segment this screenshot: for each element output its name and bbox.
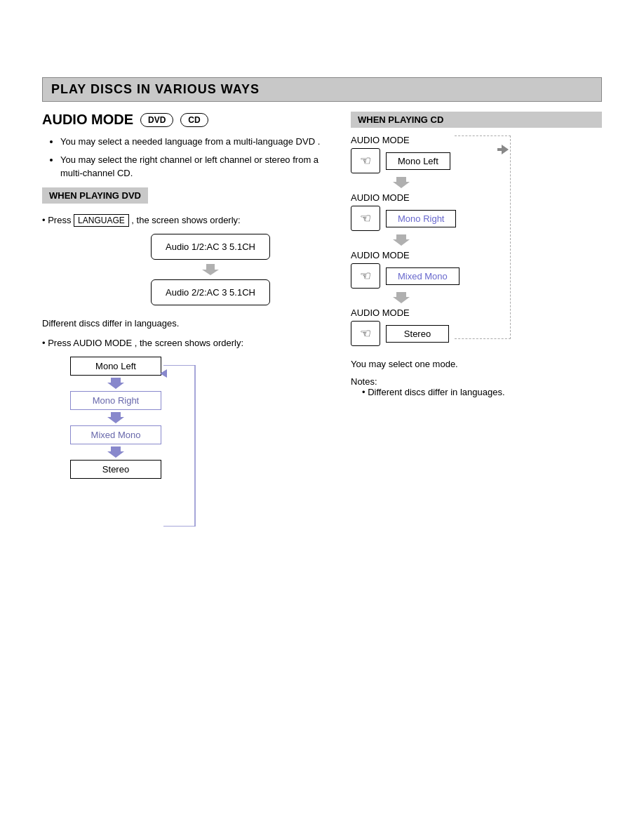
main-content: AUDIO MODE DVD CD You may select a neede… [42, 102, 602, 486]
when-playing-dvd-label: WHEN PLAYING DVD [42, 187, 148, 204]
down-arrow-cl3 [107, 446, 124, 458]
down-arrow-cr1 [393, 176, 410, 189]
down-arrow-cr2 [393, 234, 410, 246]
press-audio-mode-instruction: • Press AUDIO MODE , the screen shows or… [42, 336, 337, 350]
svg-marker-5 [393, 177, 410, 188]
right-column: WHEN PLAYING CD AUDIO MODE ☜ Mono Left [351, 102, 602, 486]
dvd-audio-boxes: Audio 1/2:AC 3 5.1CH Audio 2/2:AC 3 5.1C… [84, 234, 337, 305]
loop-bracket-left [160, 365, 202, 527]
svg-marker-7 [393, 292, 410, 303]
svg-marker-4 [160, 369, 167, 378]
svg-marker-6 [393, 234, 410, 246]
dvd-audio-box-2: Audio 2/2:AC 3 5.1CH [151, 279, 270, 305]
mode-box-mixed-mono: Mixed Mono [70, 425, 161, 444]
page-title: PLAY DISCS IN VARIOUS WAYS [51, 82, 593, 97]
mode-label-stereo: Stereo [386, 325, 449, 343]
diff-discs-text: Different discs differ in languages. [42, 317, 337, 331]
cd-badge: CD [180, 113, 208, 127]
left-column: AUDIO MODE DVD CD You may select a neede… [42, 102, 337, 486]
down-arrow-cr3 [393, 291, 410, 304]
cd-flow-left: Mono Left Mono Right Mixed Mono Stereo [70, 357, 337, 479]
mode-label-mixed-mono: Mixed Mono [386, 267, 459, 285]
svg-marker-8 [497, 145, 509, 154]
remote-btn-3: ☜ [351, 263, 380, 289]
loop-bracket-right [455, 135, 511, 339]
footer-note: You may select one mode. [351, 359, 602, 369]
header-banner: PLAY DISCS IN VARIOUS WAYS [42, 77, 602, 102]
notes-section: Notes: • Different discs differ in langu… [351, 376, 602, 397]
mode-label-mono-left: Mono Left [386, 152, 450, 170]
dvd-audio-box-1: Audio 1/2:AC 3 5.1CH [151, 234, 270, 260]
svg-marker-0 [202, 264, 219, 275]
svg-marker-3 [107, 446, 124, 458]
language-key: LANGUAGE [74, 214, 129, 227]
down-arrow-1 [202, 263, 219, 277]
press-audio-mode-text-2: , the screen shows orderly: [135, 338, 243, 348]
mode-label-mono-right: Mono Right [386, 210, 456, 227]
press-audio-mode-text-1: • Press [42, 338, 71, 348]
audio-mode-key: AUDIO MODE [73, 338, 132, 348]
mode-box-mono-left: Mono Left [70, 357, 161, 376]
bracket-arrow-right [497, 145, 509, 157]
instruction-text-2: , the screen shows orderly: [131, 215, 240, 225]
svg-marker-2 [107, 412, 124, 423]
remote-btn-1: ☜ [351, 148, 380, 173]
audio-mode-bullets: You may select a needed language from a … [49, 135, 337, 180]
cd-mode-boxes-left: Mono Left Mono Right Mixed Mono Stereo [70, 357, 161, 479]
svg-marker-1 [107, 378, 124, 389]
mode-box-stereo: Stereo [70, 460, 161, 479]
notes-bullet: • Different discs differ in languages. [362, 387, 602, 397]
bullet-2: You may select the right channel or left… [60, 153, 337, 180]
press-text: Press [48, 215, 71, 225]
notes-title: Notes: [351, 376, 602, 387]
dvd-badge: DVD [140, 113, 173, 127]
audio-mode-title-row: AUDIO MODE DVD CD [42, 112, 337, 128]
page: PLAY DISCS IN VARIOUS WAYS AUDIO MODE DV… [0, 77, 644, 834]
remote-btn-4: ☜ [351, 321, 380, 346]
bracket-arrow-svg [497, 145, 509, 154]
bullet-1: You may select a needed language from a … [60, 135, 337, 149]
down-arrow-cl1 [107, 377, 124, 390]
when-playing-cd-label: WHEN PLAYING CD [351, 112, 602, 128]
down-arrow-cl2 [107, 411, 124, 424]
audio-mode-heading: AUDIO MODE [42, 112, 133, 128]
remote-btn-2: ☜ [351, 206, 380, 231]
press-language-instruction: • Press LANGUAGE , the screen shows orde… [42, 213, 337, 227]
mode-box-mono-right: Mono Right [70, 391, 161, 410]
cd-audio-flow-right: AUDIO MODE ☜ Mono Left AUDIO MODE [351, 135, 511, 352]
